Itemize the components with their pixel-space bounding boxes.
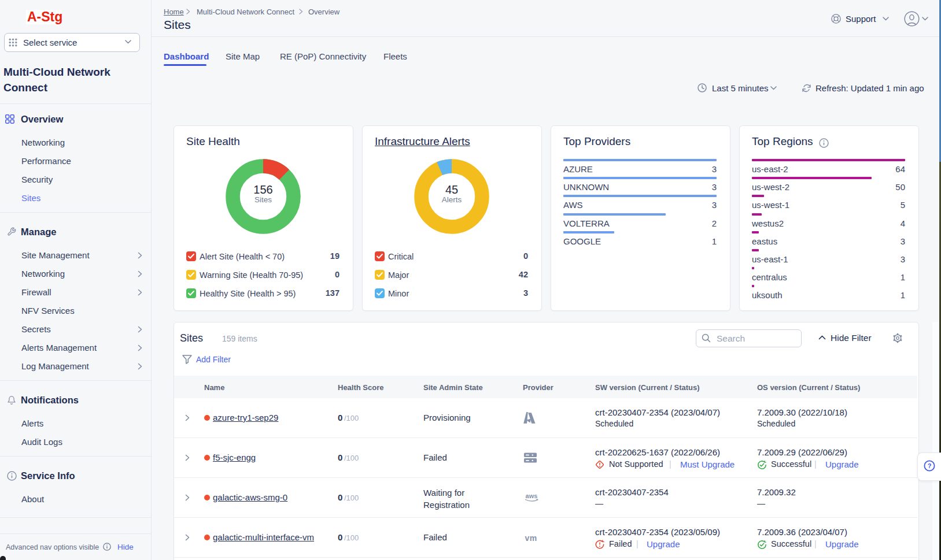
svg-text:vm: vm — [525, 533, 537, 542]
svg-text:aws: aws — [526, 492, 538, 499]
svg-text:?: ? — [928, 462, 932, 469]
